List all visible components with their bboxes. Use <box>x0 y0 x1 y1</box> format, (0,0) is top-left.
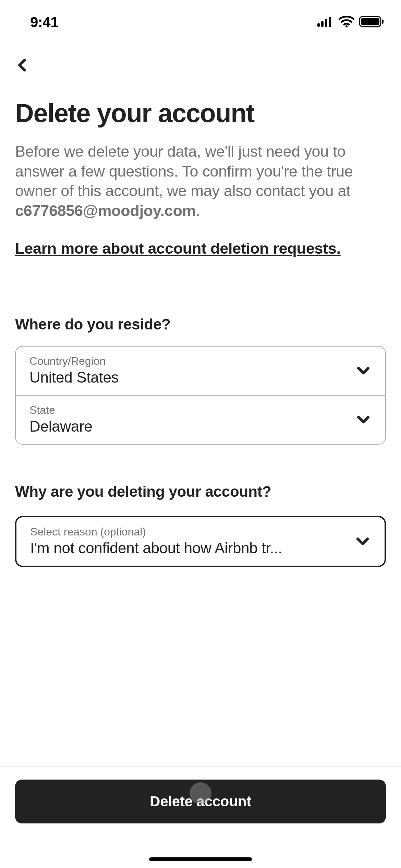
home-indicator[interactable] <box>149 857 252 861</box>
country-select[interactable]: Country/Region United States <box>16 347 385 395</box>
reason-question-label: Why are you deleting your account? <box>15 483 386 500</box>
page-description: Before we delete your data, we'll just n… <box>15 142 386 220</box>
delete-account-button[interactable]: Delete account <box>15 780 386 823</box>
chevron-down-icon <box>354 533 371 551</box>
country-value: United States <box>29 369 344 386</box>
main-content: Delete your account Before we delete you… <box>0 74 401 567</box>
state-select[interactable]: State Delaware <box>16 395 385 444</box>
reside-select-group: Country/Region United States State Delaw… <box>15 346 386 445</box>
status-bar: 9:41 <box>0 0 401 45</box>
reason-select[interactable]: Select reason (optional) I'm not confide… <box>15 516 386 567</box>
description-text-prefix: Before we delete your data, we'll just n… <box>15 143 353 200</box>
status-time: 9:41 <box>30 14 58 31</box>
state-floating-label: State <box>29 404 344 417</box>
svg-rect-0 <box>317 23 320 27</box>
svg-point-4 <box>345 25 348 27</box>
svg-rect-1 <box>321 21 324 27</box>
tap-indicator <box>190 782 211 804</box>
description-text-suffix: . <box>196 202 200 219</box>
back-button[interactable] <box>15 58 386 74</box>
footer-bar: Delete account <box>0 767 401 868</box>
status-icons <box>317 16 384 29</box>
learn-more-link[interactable]: Learn more about account deletion reques… <box>15 240 341 257</box>
cellular-icon <box>317 16 334 28</box>
reason-floating-label: Select reason (optional) <box>30 526 343 538</box>
svg-rect-2 <box>325 19 327 27</box>
wifi-icon <box>339 16 354 29</box>
svg-rect-6 <box>361 18 379 25</box>
state-value: Delaware <box>29 418 344 435</box>
country-floating-label: Country/Region <box>29 355 344 367</box>
svg-rect-7 <box>382 20 384 24</box>
svg-rect-3 <box>329 17 331 27</box>
contact-email: c6776856@moodjoy.com <box>15 202 196 219</box>
battery-icon <box>359 16 384 29</box>
page-title: Delete your account <box>15 98 386 128</box>
chevron-down-icon <box>355 411 372 429</box>
reason-value: I'm not confident about how Airbnb tr... <box>30 540 343 557</box>
chevron-down-icon <box>355 362 372 380</box>
reside-question-label: Where do you reside? <box>15 316 386 333</box>
